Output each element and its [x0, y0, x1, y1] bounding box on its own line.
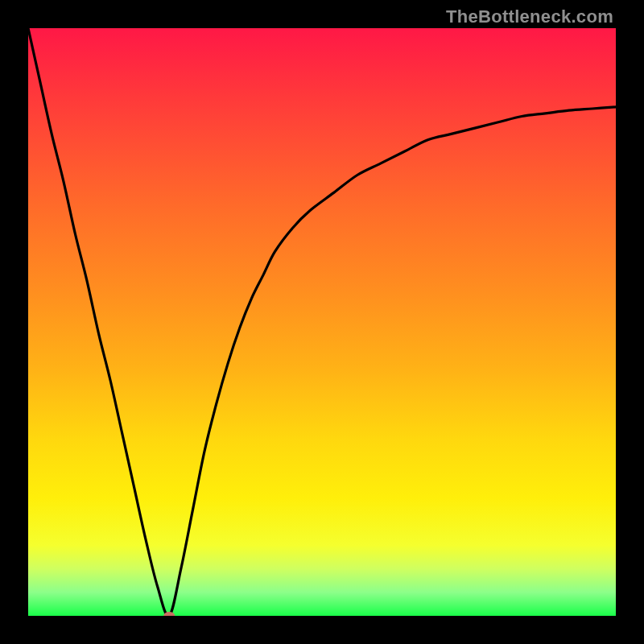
chart-frame: TheBottleneck.com: [0, 0, 644, 644]
plot-area: [28, 28, 616, 616]
bottleneck-curve: [28, 28, 616, 616]
watermark-text: TheBottleneck.com: [446, 6, 613, 27]
curve-layer: [28, 28, 616, 616]
